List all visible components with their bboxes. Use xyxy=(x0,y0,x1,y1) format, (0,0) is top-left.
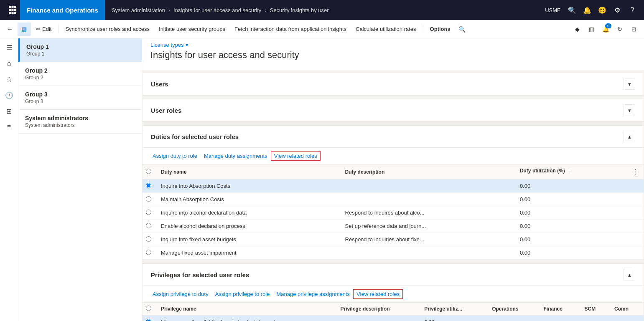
priv-header-radio[interactable] xyxy=(146,306,151,311)
columns-icon[interactable]: ▥ xyxy=(585,23,598,36)
users-collapse-button[interactable]: ▾ xyxy=(624,78,635,90)
svg-rect-4 xyxy=(12,9,14,11)
table-row[interactable]: Inquire into fixed asset budgets Respond… xyxy=(143,233,644,246)
privileges-collapse-button[interactable]: ▴ xyxy=(624,269,635,281)
detach-icon[interactable]: ⊡ xyxy=(627,23,641,36)
duty-radio-3[interactable] xyxy=(143,220,156,233)
duties-col-description: Duty description xyxy=(340,164,515,179)
duty-name-1: Maintain Absorption Costs xyxy=(156,193,340,206)
priv-name-0: View accounting distributions in bank st… xyxy=(156,316,336,321)
manage-privilege-link[interactable]: Manage privilege assignments xyxy=(273,289,353,299)
grid-icon: ▦ xyxy=(22,26,27,32)
duty-util-0: 0.00 xyxy=(515,179,644,193)
view-related-roles-duties-link[interactable]: View related roles xyxy=(271,151,321,161)
priv-comn-0 xyxy=(609,316,644,321)
breadcrumb-security[interactable]: Security insights by user xyxy=(270,7,329,13)
diamond-icon[interactable]: ◆ xyxy=(570,23,584,36)
duties-col-utilization: Duty utilization (%) ↓ ⋮ xyxy=(515,164,644,179)
table-row[interactable]: View accounting distributions in bank st… xyxy=(143,316,644,321)
priv-fin-0 xyxy=(539,316,580,321)
priv-col-description: Privilege description xyxy=(336,303,420,316)
svg-rect-2 xyxy=(14,6,16,8)
duty-radio-5[interactable] xyxy=(143,246,156,260)
left-nav-menu[interactable]: ☰ xyxy=(2,40,17,55)
license-types-dropdown[interactable]: License types ▾ xyxy=(150,42,636,48)
view-related-roles-privileges-link[interactable]: View related roles xyxy=(353,289,403,299)
duty-radio-1[interactable] xyxy=(143,193,156,206)
table-row[interactable]: Inquire into alcohol declaration data Re… xyxy=(143,206,644,220)
left-nav-list[interactable]: ≡ xyxy=(2,119,17,134)
group-item-2[interactable]: Group 2 Group 2 xyxy=(18,62,142,86)
user-roles-collapse-button[interactable]: ▾ xyxy=(624,104,635,116)
table-row[interactable]: Enable alcohol declaration process Set u… xyxy=(143,220,644,233)
left-nav-favorites[interactable]: ☆ xyxy=(2,72,17,87)
group-1-sub: Group 1 xyxy=(26,51,135,57)
main-layout: ☰ ⌂ ☆ 🕐 ⊞ ≡ Group 1 Group 1 Group 2 Grou… xyxy=(0,38,644,321)
duty-desc-4: Respond to inquiries about fixe... xyxy=(340,233,515,246)
help-icon[interactable]: ? xyxy=(626,3,639,17)
left-nav-recent[interactable]: 🕐 xyxy=(2,88,17,103)
duties-section-header[interactable]: Duties for selected user roles ▴ xyxy=(143,126,644,148)
smiley-icon[interactable]: 😊 xyxy=(596,3,609,17)
duties-table-header-row: Duty name Duty description Duty utilizat… xyxy=(143,164,644,179)
priv-radio-0[interactable] xyxy=(143,316,156,321)
duty-desc-2: Respond to inquires about alco... xyxy=(340,206,515,220)
duties-table: Duty name Duty description Duty utilizat… xyxy=(143,164,644,260)
assign-privilege-duty-link[interactable]: Assign privilege to duty xyxy=(149,289,212,299)
left-nav-home[interactable]: ⌂ xyxy=(2,56,17,71)
table-row[interactable]: Maintain Absorption Costs 0.00 xyxy=(143,193,644,206)
group-item-1[interactable]: Group 1 Group 1 xyxy=(18,38,142,62)
duty-name-5: Manage fixed asset impairment xyxy=(156,246,340,260)
app-grid-icon[interactable] xyxy=(5,3,20,18)
duty-radio-2[interactable] xyxy=(143,206,156,220)
left-nav: ☰ ⌂ ☆ 🕐 ⊞ ≡ xyxy=(0,38,18,321)
privileges-table-header-row: Privilege name Privilege description Pri… xyxy=(143,303,644,316)
edit-icon: ✏ xyxy=(36,26,41,32)
assign-privilege-role-link[interactable]: Assign privilege to role xyxy=(212,289,273,299)
breadcrumb-insights[interactable]: Insights for user access and security xyxy=(173,7,261,13)
user-roles-section-header[interactable]: User roles ▾ xyxy=(143,99,644,121)
privileges-section: Privileges for selected user roles ▴ Ass… xyxy=(142,263,644,321)
calculate-button[interactable]: Calculate utilization rates xyxy=(351,23,420,36)
table-row[interactable]: Inquire into Absorption Costs 0.00 xyxy=(143,179,644,193)
duties-table-body: Inquire into Absorption Costs 0.00 Maint… xyxy=(143,179,644,260)
bell-icon[interactable]: 🔔 xyxy=(580,3,594,17)
privileges-table-container: Privilege name Privilege description Pri… xyxy=(143,303,644,321)
assign-duty-link[interactable]: Assign duty to role xyxy=(149,151,201,161)
breadcrumb-sep-1: › xyxy=(168,7,170,13)
duty-radio-4[interactable] xyxy=(143,233,156,246)
edit-button[interactable]: ✏ Edit xyxy=(32,23,56,36)
refresh-icon[interactable]: ↻ xyxy=(613,23,626,36)
duty-util-3: 0.00 xyxy=(515,220,644,233)
duty-desc-1 xyxy=(340,193,515,206)
duties-collapse-button[interactable]: ▴ xyxy=(624,131,635,142)
duty-name-4: Inquire into fixed asset budgets xyxy=(156,233,340,246)
priv-util-0: 0.00 xyxy=(419,316,487,321)
group-item-3[interactable]: Group 3 Group 3 xyxy=(18,86,142,110)
main-content: License types ▾ Insights for user access… xyxy=(142,38,644,321)
manage-duty-link[interactable]: Manage duty assignments xyxy=(201,151,271,161)
options-button[interactable]: Options xyxy=(426,23,455,36)
users-section-header[interactable]: Users ▾ xyxy=(143,73,644,95)
fetch-button[interactable]: Fetch interaction data from application … xyxy=(230,23,351,36)
breadcrumb-system-admin[interactable]: System administration xyxy=(112,7,165,13)
notifications-button[interactable]: 🔔 0 xyxy=(599,23,612,36)
duties-header-radio[interactable] xyxy=(146,169,151,174)
duties-more-button[interactable]: ⋮ xyxy=(632,168,639,176)
initiate-button[interactable]: Initiate user security groups xyxy=(155,23,229,36)
group-3-sub: Group 3 xyxy=(25,99,135,104)
priv-desc-0 xyxy=(336,316,420,321)
table-row[interactable]: Manage fixed asset impairment 0.00 xyxy=(143,246,644,260)
duty-name-0: Inquire into Absorption Costs xyxy=(156,179,340,193)
back-button[interactable]: ← xyxy=(3,23,17,36)
group-item-sysadmin[interactable]: System administrators System administrat… xyxy=(18,110,142,134)
left-nav-workspace[interactable]: ⊞ xyxy=(2,104,17,119)
grid-view-button[interactable]: ▦ xyxy=(18,23,31,36)
group-2-name: Group 2 xyxy=(25,67,135,74)
duty-radio-0[interactable] xyxy=(143,179,156,193)
privileges-section-header[interactable]: Privileges for selected user roles ▴ xyxy=(143,264,644,286)
toolbar-search-icon[interactable]: 🔍 xyxy=(456,23,469,36)
settings-icon[interactable]: ⚙ xyxy=(611,3,624,17)
sync-button[interactable]: Synchronize user roles and access xyxy=(61,23,154,36)
search-icon[interactable]: 🔍 xyxy=(565,3,579,17)
